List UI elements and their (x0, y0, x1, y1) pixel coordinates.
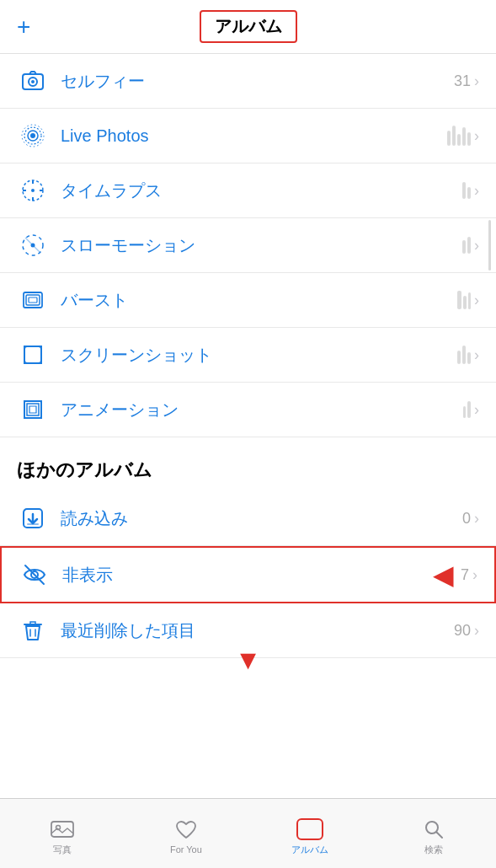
imports-label: 読み込み (61, 507, 462, 530)
recently-deleted-label: 最近削除した項目 (61, 619, 454, 642)
list-item-animated[interactable]: アニメーション › (0, 383, 496, 437)
imports-chevron: › (474, 510, 479, 528)
hidden-count: 7 (461, 566, 469, 584)
hidden-label: 非表示 (62, 564, 433, 587)
slow-mo-meta (462, 237, 471, 254)
burst-icon (17, 284, 49, 316)
list-item-imports[interactable]: 読み込み 0 › (0, 491, 496, 546)
photos-tab-icon (51, 818, 74, 840)
animated-meta (463, 401, 471, 418)
burst-chevron: › (474, 292, 479, 309)
animated-icon (17, 394, 49, 426)
slow-mo-chevron: › (474, 237, 479, 255)
live-photos-meta (447, 126, 471, 146)
imports-count: 0 (462, 510, 471, 528)
list-item-recently-deleted[interactable]: 最近削除した項目 90 › ▼ (0, 603, 496, 658)
svg-point-15 (31, 244, 35, 248)
slow-mo-icon (17, 229, 49, 261)
svg-point-2 (31, 80, 35, 83)
burst-label: バースト (61, 289, 457, 312)
selfie-label: セルフィー (61, 70, 454, 93)
tab-photos-label: 写真 (53, 844, 72, 856)
recently-deleted-count: 90 (454, 622, 471, 640)
hidden-chevron: › (472, 566, 477, 584)
timelapse-icon (17, 174, 49, 206)
tab-for-you[interactable]: For You (124, 812, 248, 855)
albums-tab-icon (296, 818, 323, 840)
slow-mo-label: スローモーション (61, 234, 462, 257)
live-photos-chevron: › (474, 127, 479, 145)
svg-line-25 (25, 565, 44, 584)
add-button[interactable]: + (17, 13, 30, 40)
burst-meta (457, 291, 471, 309)
recently-deleted-chevron: › (474, 622, 479, 640)
live-photos-label: Live Photos (61, 126, 447, 146)
animated-chevron: › (474, 401, 479, 419)
arrow-down-icon: ▼ (235, 645, 262, 676)
list-item-timelapse[interactable]: タイムラプス › (0, 163, 496, 218)
list-item-slow-mo[interactable]: スローモーション › (0, 218, 496, 273)
animated-label: アニメーション (61, 399, 463, 421)
header: + アルバム (0, 0, 496, 54)
tab-for-you-label: For You (170, 844, 202, 855)
timelapse-meta (462, 182, 471, 199)
selfie-chevron: › (474, 72, 479, 90)
svg-line-36 (437, 832, 443, 838)
screenshot-chevron: › (474, 346, 479, 364)
live-photos-icon (17, 120, 49, 152)
svg-marker-21 (27, 404, 39, 415)
list-item-screenshot[interactable]: スクリーンショット › (0, 328, 496, 383)
svg-rect-18 (29, 297, 37, 303)
trash-icon (17, 614, 49, 646)
timelapse-chevron: › (474, 182, 479, 200)
list-item-hidden[interactable]: 非表示 ◀ 7 › (0, 546, 496, 603)
svg-point-3 (30, 133, 35, 138)
list-item-burst[interactable]: バースト › (0, 273, 496, 328)
hidden-icon (19, 559, 51, 591)
search-tab-icon (422, 818, 445, 840)
page-title: アルバム (200, 10, 297, 43)
imports-icon (17, 502, 49, 534)
tab-search-label: 検索 (424, 844, 443, 856)
screenshot-label: スクリーンショット (61, 344, 457, 367)
arrow-right-icon: ◀ (433, 559, 454, 591)
timelapse-label: タイムラプス (61, 179, 462, 202)
screenshot-meta (457, 346, 471, 364)
other-albums-heading: ほかのアルバム (0, 437, 496, 491)
scroll-indicator (488, 220, 491, 271)
for-you-tab-icon (174, 819, 198, 841)
tab-albums-label: アルバム (291, 844, 328, 856)
svg-point-8 (31, 189, 35, 192)
list-item-live-photos[interactable]: Live Photos › (0, 109, 496, 163)
svg-rect-29 (51, 822, 73, 837)
svg-rect-19 (24, 346, 41, 363)
content-area: セルフィー 31 › Live Photos › (0, 54, 496, 734)
screenshot-icon (17, 339, 49, 371)
list-item-selfie[interactable]: セルフィー 31 › (0, 54, 496, 109)
svg-marker-22 (29, 406, 36, 413)
tab-photos[interactable]: 写真 (0, 812, 124, 856)
selfie-count: 31 (454, 72, 471, 90)
tab-search[interactable]: 検索 (372, 812, 496, 856)
selfie-icon (17, 65, 49, 97)
tab-albums[interactable]: アルバム (248, 812, 372, 856)
tab-bar: 写真 For You アルバム 検索 (0, 798, 496, 868)
